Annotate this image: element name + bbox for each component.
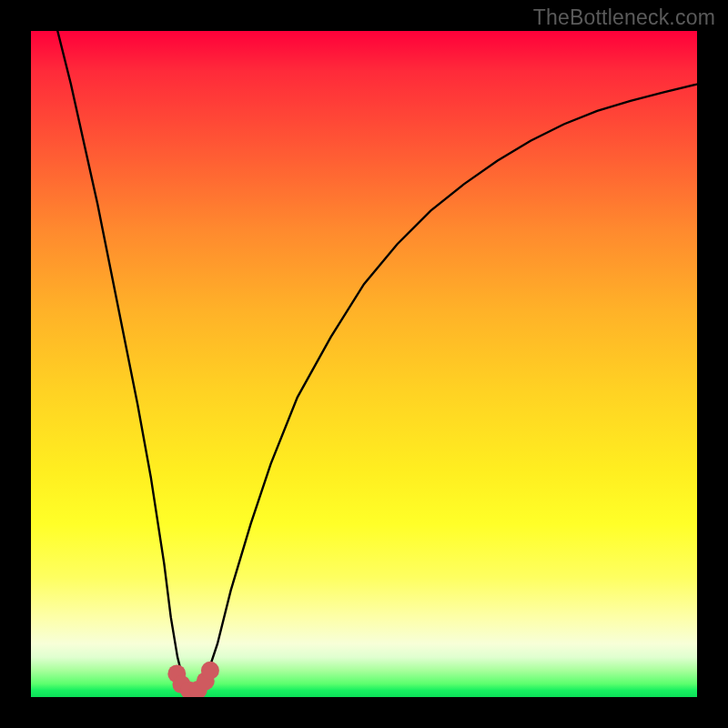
curve-marker [201, 662, 219, 680]
curve-markers [167, 662, 219, 697]
chart-frame: TheBottleneck.com [0, 0, 728, 728]
bottleneck-curve [57, 31, 697, 693]
watermark-text: TheBottleneck.com [533, 5, 715, 30]
curve-svg [31, 31, 697, 697]
plot-area [31, 31, 697, 697]
